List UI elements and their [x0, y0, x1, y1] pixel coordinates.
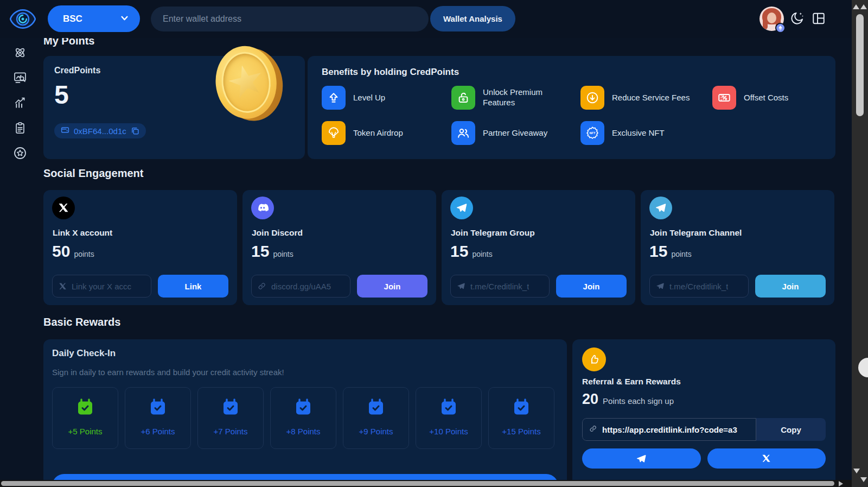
checkin-tiles: +5 Points +6 Points +7 Points +8 Points — [52, 387, 554, 449]
telegram-logo-icon — [649, 197, 672, 219]
layout-grid-icon — [812, 11, 826, 26]
chart-growth-icon — [13, 96, 27, 110]
checkin-tile-day5[interactable]: +9 Points — [343, 387, 409, 449]
link-chain-icon — [258, 282, 266, 290]
social-card-x: Link X account 50 points Link your X acc… — [43, 190, 237, 305]
sidebar-item-analysis[interactable] — [13, 71, 27, 85]
vertical-scrollbar[interactable] — [852, 0, 868, 487]
join-discord-button[interactable]: Join — [357, 275, 427, 298]
join-telegram-channel-button[interactable]: Join — [755, 275, 826, 298]
unlock-icon — [451, 86, 475, 110]
referral-points: 20 Points each sign up — [582, 391, 674, 408]
checkin-tile-day6[interactable]: +10 Points — [416, 387, 482, 449]
credpoints-coin-image — [212, 42, 288, 126]
creditlink-logo-icon[interactable] — [10, 6, 36, 32]
referral-link-url: https://app.creditlink.info?code=a3 — [602, 425, 737, 434]
social-card-telegram-group: Join Telegram Group 15 points t.me/Credi… — [442, 190, 635, 305]
daily-checkin-card: Daily Check-In Sign in daily to earn rew… — [43, 339, 567, 487]
parachute-icon — [322, 121, 346, 145]
checkin-tile-day1[interactable]: +5 Points — [52, 387, 118, 449]
share-telegram-button[interactable] — [582, 448, 701, 469]
discord-link-input[interactable]: discord.gg/uAA5 — [251, 275, 350, 298]
calendar-check-icon — [221, 398, 240, 420]
benefit-offset-costs: Offset Costs — [712, 85, 788, 110]
vertical-scroll-thumb[interactable] — [856, 14, 864, 116]
scroll-down-arrow-icon[interactable] — [853, 469, 860, 473]
x-account-input[interactable]: Link your X accc — [52, 275, 151, 298]
social-heading: Social Engagement — [43, 167, 144, 180]
horizontal-scroll-thumb[interactable] — [1, 481, 834, 486]
horizontal-scrollbar[interactable] — [0, 480, 852, 487]
calendar-check-icon — [366, 398, 386, 420]
social-card-points: 50 points — [52, 242, 94, 261]
wallet-address-pill[interactable]: 0xBF64...0d1c — [54, 123, 146, 138]
social-card-title: Join Telegram Channel — [650, 228, 742, 238]
dark-mode-toggle[interactable] — [789, 11, 805, 27]
arrow-up-icon — [322, 86, 346, 110]
telegram-group-link-input[interactable]: t.me/Creditlink_t — [450, 275, 550, 298]
copy-address-button[interactable] — [131, 127, 139, 135]
eth-network-badge-icon — [775, 23, 786, 33]
social-card-points: 15 points — [450, 242, 493, 261]
social-card-points: 15 points — [251, 242, 293, 261]
telegram-plane-icon — [656, 282, 665, 290]
share-x-button[interactable] — [707, 448, 826, 469]
referral-link-box[interactable]: https://app.creditlink.info?code=a3 — [582, 418, 756, 441]
thumbs-up-icon — [582, 347, 606, 371]
social-card-title: Join Discord — [252, 228, 303, 238]
people-icon — [451, 121, 475, 145]
topbar: BSC Wallet Analysis — [0, 0, 868, 38]
calendar-check-icon — [148, 398, 168, 420]
network-label: BSC — [63, 14, 82, 24]
link-x-button[interactable]: Link — [158, 275, 228, 298]
scroll-up-arrow-icon[interactable] — [853, 4, 859, 9]
network-select-button[interactable]: BSC — [48, 5, 140, 32]
benefit-unlock-premium: Unlock Premium Features — [451, 85, 580, 110]
referral-card: Referral & Earn Rewards 20 Points each s… — [572, 339, 835, 487]
copy-referral-button[interactable]: Copy — [756, 418, 826, 441]
benefit-level-up: Level Up — [322, 85, 451, 110]
avatar[interactable] — [760, 7, 784, 31]
sidebar-item-trends[interactable] — [13, 96, 27, 110]
social-card-title: Join Telegram Group — [451, 228, 535, 238]
scroll-right-arrow-icon[interactable] — [839, 481, 843, 486]
scroll-down-arrow-icon[interactable] — [860, 477, 867, 482]
checkin-tile-day7[interactable]: +15 Points — [488, 387, 554, 449]
benefit-exclusive-nft: NFT Exclusive NFT — [580, 121, 712, 146]
checkin-tile-day2[interactable]: +6 Points — [125, 387, 191, 449]
moon-icon — [789, 11, 805, 26]
apps-layout-button[interactable] — [811, 11, 826, 27]
clipboard-icon — [13, 121, 27, 135]
circle-arrow-down-icon — [580, 86, 604, 110]
daily-checkin-title: Daily Check-In — [52, 348, 116, 359]
sidebar-item-reports[interactable] — [13, 121, 27, 135]
sidebar-item-dashboard[interactable] — [13, 46, 27, 60]
wallet-address-input[interactable] — [151, 7, 429, 31]
credpoints-value: 5 — [54, 81, 69, 110]
app-root: BSC Wallet Analysis — [0, 0, 868, 487]
social-card-telegram-channel: Join Telegram Channel 15 points t.me/Cre… — [641, 190, 834, 305]
join-telegram-group-button[interactable]: Join — [556, 275, 627, 298]
link-chain-icon — [589, 425, 597, 435]
scroll-up-arrow-icon[interactable] — [860, 4, 867, 9]
ticket-percent-icon — [712, 86, 736, 110]
x-logo-icon — [762, 454, 771, 463]
calendar-check-icon — [512, 398, 531, 420]
wallet-analysis-button[interactable]: Wallet Analysis — [430, 6, 515, 31]
telegram-channel-link-input[interactable]: t.me/Creditlink_t — [649, 275, 749, 298]
benefit-reduce-fees: Reduce Service Fees — [580, 85, 712, 110]
x-logo-icon — [52, 197, 75, 219]
checkin-tile-day3[interactable]: +7 Points — [197, 387, 264, 449]
calendar-check-icon — [439, 398, 458, 420]
telegram-plane-icon — [457, 282, 465, 290]
svg-text:NFT: NFT — [590, 131, 596, 135]
sidebar-item-points[interactable] — [13, 146, 27, 160]
checkin-tile-day4[interactable]: +8 Points — [270, 387, 336, 449]
x-logo-icon — [59, 282, 67, 290]
social-card-discord: Join Discord 15 points discord.gg/uAA5 J… — [242, 190, 436, 305]
referral-title: Referral & Earn Rewards — [582, 377, 681, 387]
benefits-title: Benefits by holding CredPoints — [322, 67, 459, 78]
credpoints-label: CredPoints — [54, 66, 100, 75]
atom-icon — [13, 46, 27, 60]
benefits-card: Benefits by holding CredPoints Level Up … — [308, 56, 835, 159]
